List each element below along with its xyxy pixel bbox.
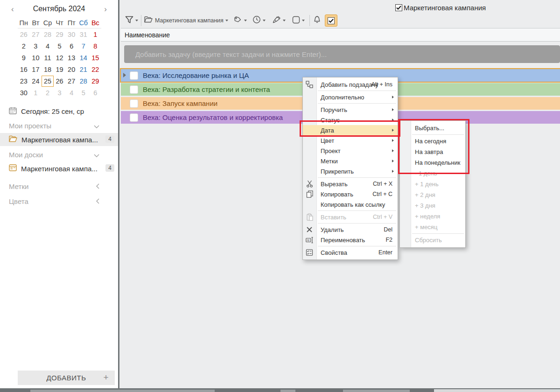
today-row[interactable]: Сегодня: 25 сен, ср — [0, 105, 118, 117]
context-menu-item[interactable]: СвойстваEnter — [303, 247, 398, 258]
calendar-day[interactable]: 20 — [65, 63, 77, 75]
context-menu-item[interactable]: Поручить — [303, 105, 398, 115]
calendar-day[interactable]: 31 — [77, 28, 90, 40]
calendar-day[interactable]: 12 — [54, 52, 66, 63]
add-project-button[interactable]: ДОБАВИТЬ + — [18, 371, 115, 385]
calendar-day[interactable]: 3 — [54, 87, 66, 98]
calendar-day[interactable]: 2 — [42, 87, 54, 98]
date-submenu-item[interactable]: + 1 день — [400, 179, 465, 189]
sidebar-section-projects[interactable]: Мои проекты — [0, 119, 118, 132]
calendar-day[interactable]: 8 — [90, 40, 102, 52]
context-menu-item[interactable]: Дата — [303, 125, 398, 135]
calendar-day[interactable]: 10 — [30, 52, 42, 63]
submenu-arrow-icon — [392, 108, 394, 111]
date-submenu-item[interactable]: Сбросить — [400, 235, 465, 245]
calendar-day[interactable]: 15 — [90, 52, 102, 63]
calendar-day[interactable]: 6 — [65, 40, 77, 52]
time-button[interactable] — [252, 15, 266, 26]
task-checkbox[interactable] — [130, 71, 138, 80]
project-visibility-toggle[interactable]: Маркетинговая кампания — [395, 4, 486, 12]
calendar-day[interactable]: 28 — [42, 28, 54, 40]
calendar-day[interactable]: 22 — [90, 63, 102, 75]
context-menu-item[interactable]: КопироватьCtrl + C — [303, 189, 398, 199]
sidebar-item-board-marketing[interactable]: Маркетинговая кампа... 4 — [0, 162, 118, 175]
menu-item-label: Переименовать — [321, 237, 365, 244]
calendar-day[interactable]: 29 — [54, 28, 66, 40]
calendar-day[interactable]: 4 — [42, 40, 54, 52]
date-submenu-item[interactable]: + месяц — [400, 222, 465, 232]
date-submenu-item[interactable]: - 1 день — [400, 168, 465, 179]
calendar-day[interactable]: 26 — [18, 28, 30, 40]
calendar-day[interactable]: 9 — [18, 52, 30, 63]
context-menu-item[interactable]: Метки — [303, 156, 398, 166]
add-task-input[interactable]: Добавить задачу (введите текст задачи и … — [124, 45, 560, 63]
date-submenu-item[interactable]: На завтра — [400, 147, 465, 157]
context-menu-item[interactable]: Проект — [303, 146, 398, 156]
context-menu-item[interactable]: Копировать как ссылку — [303, 199, 398, 210]
caret-down-icon — [283, 20, 286, 21]
task-checkbox[interactable] — [130, 85, 138, 94]
calendar-day[interactable]: 1 — [30, 87, 42, 98]
sidebar-item-project-marketing[interactable]: Маркетинговая кампа... 4 — [0, 133, 118, 146]
context-menu-item[interactable]: Цвет — [303, 135, 398, 146]
context-menu-item[interactable]: Прикрепить — [303, 166, 398, 176]
calendar-day[interactable]: 28 — [77, 75, 90, 87]
calendar-day[interactable]: 5 — [77, 87, 90, 98]
completed-filter-toggle[interactable] — [325, 14, 337, 27]
context-menu-item[interactable]: ВырезатьCtrl + X — [303, 179, 398, 189]
calendar-day[interactable]: 16 — [18, 63, 30, 75]
calendar-day[interactable]: 24 — [30, 75, 42, 87]
calendar-day[interactable]: 27 — [65, 75, 77, 87]
date-submenu-item[interactable]: + неделя — [400, 211, 465, 222]
calendar-day[interactable]: 23 — [18, 75, 30, 87]
calendar-next-button[interactable]: › — [104, 5, 107, 13]
sidebar-section-boards[interactable]: Мои доски — [0, 148, 118, 161]
calendar-day[interactable]: 6 — [90, 87, 102, 98]
date-submenu-item[interactable]: На сегодня — [400, 136, 465, 147]
calendar-day[interactable]: 1 — [90, 28, 102, 40]
calendar-day[interactable]: 14 — [77, 52, 90, 63]
calendar-day[interactable]: 13 — [65, 52, 77, 63]
context-menu-item[interactable]: ВставитьCtrl + V — [303, 212, 398, 222]
project-selector-button[interactable]: Маркетинговая кампания — [144, 16, 228, 25]
checked-checkbox-icon[interactable] — [395, 4, 402, 11]
date-submenu-item[interactable]: Выбрать... — [400, 123, 465, 133]
date-submenu-item[interactable]: + 2 дня — [400, 189, 465, 200]
menu-item-label: Метки — [321, 158, 338, 165]
calendar-day[interactable]: 29 — [90, 75, 102, 87]
context-menu-item[interactable]: Статус — [303, 115, 398, 125]
context-menu-item[interactable]: Добавить подзадачуAlt + Ins — [303, 79, 398, 90]
calendar-day[interactable]: 21 — [77, 63, 90, 75]
calendar-day[interactable]: 26 — [54, 75, 66, 87]
task-checkbox[interactable] — [130, 113, 138, 122]
calendar-day[interactable]: 5 — [54, 40, 66, 52]
column-header-name[interactable]: Наименование — [121, 28, 560, 42]
calendar-day[interactable]: 2 — [18, 40, 30, 52]
context-menu-item[interactable]: УдалитьDel — [303, 224, 398, 235]
context-menu-item[interactable]: Дополнительно — [303, 92, 398, 102]
task-checkbox[interactable] — [130, 99, 138, 108]
filter-button[interactable] — [125, 16, 138, 26]
date-submenu-item[interactable]: + 3 дня — [400, 200, 465, 211]
context-menu-item[interactable]: ПереименоватьreF2 — [303, 235, 398, 245]
calendar-day[interactable]: 11 — [42, 52, 54, 63]
calendar-day[interactable]: 18 — [42, 63, 54, 75]
calendar-day-today[interactable]: 25 — [42, 75, 54, 87]
calendar-day[interactable]: 19 — [54, 63, 66, 75]
calendar-day[interactable]: 3 — [30, 40, 42, 52]
color-brush-button[interactable] — [272, 16, 286, 26]
tag-button[interactable] — [233, 15, 247, 26]
status-square-button[interactable] — [292, 16, 305, 26]
calendar-day[interactable]: 17 — [30, 63, 42, 75]
calendar-day[interactable]: 7 — [77, 40, 90, 52]
calendar-day[interactable]: 27 — [30, 28, 42, 40]
sidebar-section-colors[interactable]: Цвета — [0, 195, 118, 208]
notifications-button[interactable] — [313, 15, 322, 26]
menu-item-label: Добавить подзадачу — [321, 81, 378, 88]
date-submenu-item[interactable]: На понедельник — [400, 157, 465, 168]
calendar-day[interactable]: 4 — [65, 87, 77, 98]
calendar-day[interactable]: 30 — [18, 87, 30, 98]
calendar-day[interactable]: 30 — [65, 28, 77, 40]
sidebar-section-labels[interactable]: Метки — [0, 180, 118, 193]
expand-arrow-icon[interactable] — [123, 73, 126, 77]
